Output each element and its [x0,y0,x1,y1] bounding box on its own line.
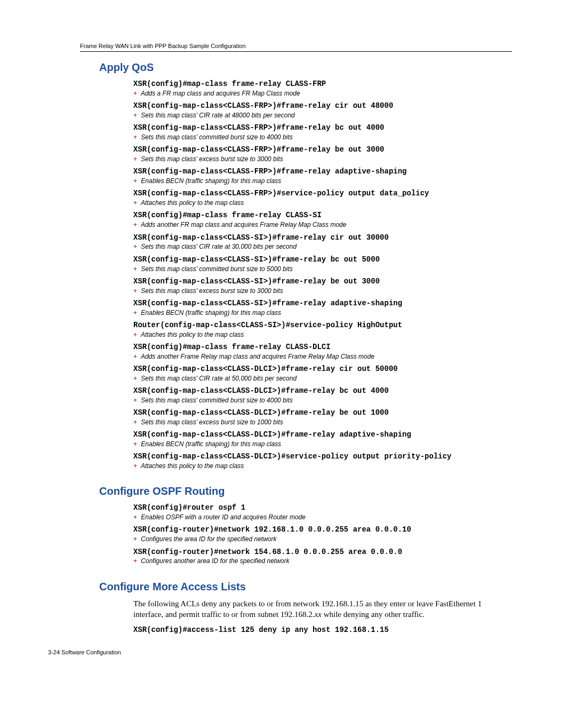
acl-body-post: while denying any other traffic. [322,610,425,619]
plus-icon: + [133,557,137,565]
plus-icon: + [133,221,137,228]
acl-body-pre: The following ACLs deny any packets to o… [133,599,482,619]
command-annotation: + Adds a FR map class and acquires FR Ma… [133,89,501,98]
plus-icon: + [133,90,137,97]
plus-icon: + [133,418,137,426]
command-line: XSR(config-map-class<CLASS-SI>)#frame-re… [133,233,501,243]
acl-body-text: The following ACLs deny any packets to o… [133,598,501,620]
command-annotation: + Sets this map class' committed burst s… [133,265,501,273]
plus-icon: + [133,462,137,470]
command-line: Router(config-map-class<CLASS-SI>)#servi… [133,320,501,330]
plus-icon: + [133,309,137,316]
plus-icon: + [133,199,137,207]
command-annotation: + Sets this map class' CIR rate at 30,00… [133,242,501,251]
command-line: XSR(config-map-class<CLASS-SI>)#frame-re… [133,298,501,308]
command-annotation: + Enables BECN (traffic shaping) for thi… [133,440,501,448]
command-line: XSR(config-map-class<CLASS-FRP>)#frame-r… [133,123,501,133]
command-annotation: + Sets this map class' excess burst size… [133,287,501,295]
command-line: XSR(config)#map-class frame-relay CLASS-… [133,210,501,220]
command-annotation: + Enables BECN (traffic shaping) for thi… [133,177,501,185]
acl-cmd: XSR(config)#access-list 125 deny ip any … [133,625,501,635]
command-annotation: + Sets this map class' committed burst s… [133,396,501,405]
command-line: XSR(config-map-class<CLASS-FRP>)#frame-r… [133,167,501,177]
command-annotation: + Adds another FR map class and acquires… [133,220,501,229]
command-line: XSR(config)#router ospf 1 [133,503,501,513]
command-annotation: + Attaches this policy to the map class [133,199,501,207]
command-annotation: + Configures the area ID for the specifi… [133,535,501,543]
command-annotation: + Sets this map class' committed burst s… [133,133,501,141]
command-line: XSR(config-map-class<CLASS-SI>)#frame-re… [133,255,501,265]
command-line: XSR(config-map-class<CLASS-DLCI>)#servic… [133,452,501,462]
command-line: XSR(config-map-class<CLASS-FRP>)#frame-r… [133,145,501,155]
command-annotation: + Adds another Frame Relay map class and… [133,352,501,361]
section-title-acl: Configure More Access Lists [99,581,512,593]
plus-icon: + [133,535,137,543]
plus-icon: + [133,177,137,185]
command-annotation: + Sets this map class' excess burst size… [133,418,501,426]
acl-body-italic: xx [315,610,322,619]
command-line: XSR(config-map-class<CLASS-FRP>)#service… [133,188,501,199]
plus-icon: + [133,287,137,295]
page-footer: 3-24 Software Configuration [48,649,512,655]
qos-block: XSR(config)#map-class frame-relay CLASS-… [133,79,501,470]
command-line: XSR(config-map-class<CLASS-SI>)#frame-re… [133,276,501,287]
ospf-block: XSR(config)#router ospf 1+ Enables OSPF … [133,503,501,565]
running-header: Frame Relay WAN Link with PPP Backup Sam… [80,43,512,52]
command-line: XSR(config-map-class<CLASS-DLCI>)#frame-… [133,364,501,374]
plus-icon: + [133,243,137,250]
plus-icon: + [133,155,137,163]
command-line: XSR(config-map-class<CLASS-DLCI>)#frame-… [133,408,501,418]
command-annotation: + Sets this map class' CIR rate at 48000… [133,111,501,120]
section-title-qos: Apply QoS [99,61,512,74]
command-line: XSR(config)#map-class frame-relay CLASS-… [133,79,501,89]
command-line: XSR(config-map-class<CLASS-DLCI>)#frame-… [133,386,501,396]
plus-icon: + [133,331,137,338]
plus-icon: + [133,397,137,404]
plus-icon: + [133,265,137,273]
command-line: XSR(config-map-class<CLASS-FRP>)#frame-r… [133,101,501,111]
command-annotation: + Sets this map class' CIR rate at 50,00… [133,374,501,383]
plus-icon: + [133,375,137,382]
command-annotation: + Enables BECN (traffic shaping) for thi… [133,308,501,317]
command-line: XSR(config-map-class<CLASS-DLCI>)#frame-… [133,430,501,440]
section-title-ospf: Configure OSPF Routing [99,485,512,497]
command-line: XSR(config)#map-class frame-relay CLASS-… [133,342,501,352]
plus-icon: + [133,133,137,141]
command-line: XSR(config-router)#network 192.168.1.0 0… [133,525,501,535]
plus-icon: + [133,440,137,448]
plus-icon: + [133,513,137,521]
command-annotation: + Sets this map class' excess burst size… [133,155,501,163]
command-annotation: + Attaches this policy to the map class [133,330,501,339]
plus-icon: + [133,112,137,119]
command-annotation: + Attaches this policy to the map class [133,462,501,470]
plus-icon: + [133,353,137,360]
command-annotation: + Enables OSPF with a router ID and acqu… [133,513,501,521]
acl-block: The following ACLs deny any packets to o… [133,598,501,635]
command-annotation: + Configures another area ID for the spe… [133,557,501,565]
command-line: XSR(config-router)#network 154.68.1.0 0.… [133,547,501,557]
